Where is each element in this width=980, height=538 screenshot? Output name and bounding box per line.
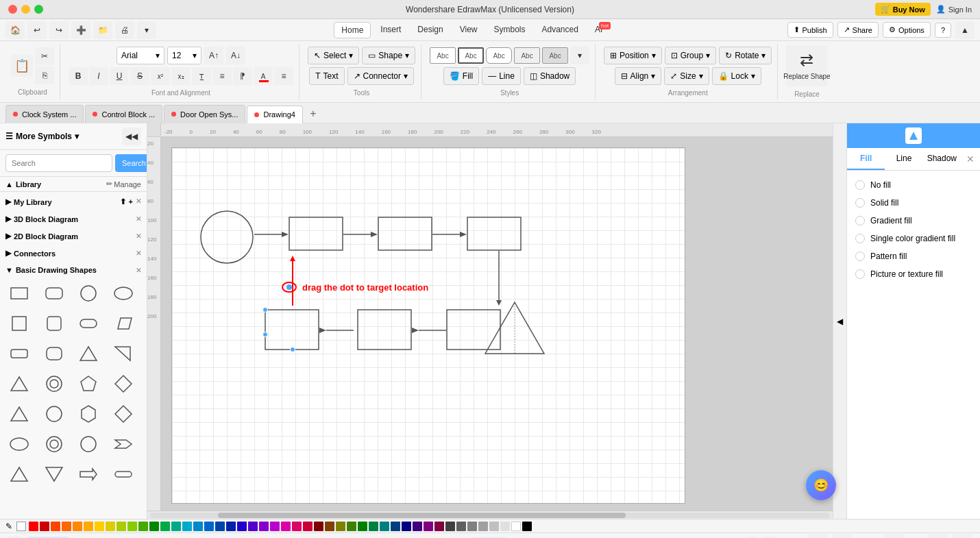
palette-navy[interactable] <box>226 522 236 531</box>
strikethrough-btn[interactable]: S <box>130 67 149 85</box>
shape-diamond[interactable] <box>110 370 137 398</box>
palette-transparent[interactable] <box>16 522 26 531</box>
menu-insert[interactable]: Insert <box>373 22 408 38</box>
open-btn[interactable]: 📁 <box>93 21 112 39</box>
add-page-btn[interactable]: + <box>8 536 22 539</box>
print-btn[interactable]: 🖨 <box>115 21 134 39</box>
fill-btn[interactable]: 🪣 Fill <box>443 67 479 85</box>
palette-orange[interactable] <box>62 522 71 531</box>
group-btn[interactable]: ⊡ Group▾ <box>665 47 716 64</box>
handle-bottom[interactable] <box>290 347 295 352</box>
h-scrollbar-thumb[interactable] <box>218 513 626 518</box>
palette-dark-purple[interactable] <box>413 522 422 531</box>
subscript-btn[interactable]: x₂ <box>171 67 191 85</box>
palette-purple2[interactable] <box>424 522 433 531</box>
palette-indigo[interactable] <box>237 522 247 531</box>
rotate-btn[interactable]: ↻ Rotate▾ <box>719 47 772 64</box>
ai-assistant-button[interactable]: 😊 <box>806 470 836 500</box>
shadow-btn[interactable]: ◫ Shadow <box>524 67 576 85</box>
shape-squircle[interactable] <box>40 340 68 367</box>
maximize-button[interactable] <box>34 5 43 14</box>
palette-medium-blue[interactable] <box>204 522 214 531</box>
lock-btn[interactable]: 🔒 Lock▾ <box>712 67 761 85</box>
redo-btn[interactable]: ↪ <box>49 21 69 39</box>
shape-triangle3[interactable] <box>5 400 33 428</box>
palette-slate-blue[interactable] <box>391 522 400 531</box>
home-nav-btn[interactable]: 🏠 <box>5 21 25 39</box>
list2-btn[interactable]: ⁋ <box>233 67 252 85</box>
palette-gray[interactable] <box>456 522 466 531</box>
menu-advanced[interactable]: Advanced <box>535 22 585 38</box>
paste-btn[interactable]: 📋 <box>11 55 33 77</box>
fill-option-solid[interactable]: Solid fill <box>853 194 975 212</box>
close-right-panel-btn[interactable]: ✕ <box>961 148 980 170</box>
handle-ml[interactable] <box>262 332 268 337</box>
shape-arrow-right[interactable] <box>75 461 102 488</box>
shape-selected-rect[interactable] <box>265 309 319 350</box>
shape-rect4[interactable] <box>357 309 412 350</box>
style-sample-2[interactable]: Abc <box>458 47 484 64</box>
shape-chevron[interactable] <box>110 430 137 458</box>
basic-shapes-header[interactable]: ▼ Basic Drawing Shapes ✕ <box>3 263 144 277</box>
align-tool-btn[interactable]: ⊟ Align▾ <box>615 67 662 85</box>
palette-light-gray[interactable] <box>478 522 488 531</box>
expand-canvas-btn[interactable]: ⛶ <box>928 534 947 539</box>
help-button[interactable]: ? <box>935 23 951 38</box>
3d-block-close[interactable]: ✕ <box>136 215 141 223</box>
superscript-btn[interactable]: x² <box>151 67 170 85</box>
shape-triangle2[interactable] <box>5 370 33 398</box>
font-size-dropdown[interactable]: 12 ▾ <box>167 47 201 64</box>
share-button[interactable]: ↗ Share <box>837 22 879 38</box>
canvas-scroll[interactable]: drag the dot to target location <box>161 137 833 511</box>
palette-amber[interactable] <box>84 522 93 531</box>
shape-pentagon[interactable] <box>75 370 102 398</box>
fill-option-single-gradient[interactable]: Single color gradient fill <box>853 230 975 247</box>
shape-triangle-main[interactable] <box>484 299 546 357</box>
search-input[interactable] <box>5 154 112 172</box>
style-sample-3[interactable]: Abc <box>486 47 512 64</box>
position-btn[interactable]: ⊞ Position▾ <box>604 47 662 64</box>
shape-pentagon-round[interactable] <box>40 370 68 398</box>
palette-red[interactable] <box>29 522 38 531</box>
sign-in-button[interactable]: 👤 Sign In <box>936 5 972 14</box>
new-btn[interactable]: ➕ <box>71 21 90 39</box>
connector-tool-btn[interactable]: ↗ Connector ▾ <box>347 67 414 85</box>
palette-dark-olive[interactable] <box>347 522 356 531</box>
palette-gold[interactable] <box>106 522 115 531</box>
right-tab-shadow[interactable]: Shadow <box>923 148 961 170</box>
menu-ai[interactable]: AI hot <box>588 22 609 38</box>
menu-home[interactable]: Home <box>334 22 371 38</box>
palette-darkred[interactable] <box>40 522 49 531</box>
palette-green[interactable] <box>138 522 148 531</box>
buy-now-button[interactable]: 🛒 Buy Now <box>875 3 931 16</box>
fill-option-pattern[interactable]: Pattern fill <box>853 247 975 265</box>
shape-circle[interactable] <box>75 280 102 307</box>
palette-crimson[interactable] <box>303 522 313 531</box>
2d-block-close[interactable]: ✕ <box>136 232 141 240</box>
palette-lime[interactable] <box>117 522 126 531</box>
zoom-out-btn[interactable]: − <box>832 534 851 539</box>
shape-circle2[interactable] <box>40 400 68 428</box>
shape-capsule[interactable] <box>110 461 137 488</box>
my-library-add-icon[interactable]: + <box>129 197 133 206</box>
handle-tl[interactable] <box>262 307 268 313</box>
list-btn[interactable]: ≡ <box>212 67 232 85</box>
palette-violet[interactable] <box>259 522 269 531</box>
bold-btn[interactable]: B <box>69 67 88 85</box>
shape-hexagon[interactable] <box>75 400 102 428</box>
palette-dark-gray[interactable] <box>445 522 455 531</box>
palette-silver[interactable] <box>489 522 499 531</box>
shape-parallelogram[interactable] <box>110 310 137 337</box>
shape-right-triangle[interactable] <box>110 340 137 367</box>
palette-forest2[interactable] <box>369 522 378 531</box>
font-family-dropdown[interactable]: Arial ▾ <box>117 47 164 64</box>
text-style-btn[interactable]: T̲ <box>192 67 211 85</box>
select-tool-btn[interactable]: ↖ Select ▾ <box>308 47 359 64</box>
palette-maroon[interactable] <box>314 522 323 531</box>
shape-rectangle[interactable] <box>5 280 33 307</box>
options-button[interactable]: ⚙ Options <box>883 22 931 38</box>
palette-white[interactable] <box>511 522 521 531</box>
shape-triangle[interactable] <box>75 340 102 367</box>
underline-btn[interactable]: U <box>110 67 129 85</box>
shape-ellipse[interactable] <box>110 280 137 307</box>
